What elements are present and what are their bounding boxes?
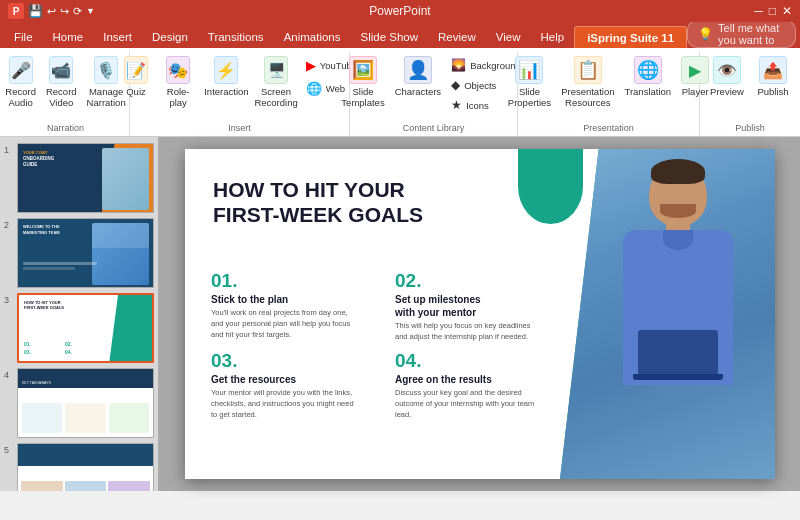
menu-slideshow[interactable]: Slide Show: [351, 26, 429, 48]
interaction-icon: ⚡: [216, 61, 236, 80]
item-03-num: 03.: [211, 351, 361, 370]
microphone-icon: 🎤: [11, 61, 31, 80]
preview-btn[interactable]: 👁️ Preview: [706, 54, 748, 99]
translation-btn[interactable]: 🌐 Translation: [620, 54, 675, 99]
roleplay-icon: 🎭: [168, 61, 188, 80]
screen-recording-label: ScreenRecording: [254, 86, 297, 108]
quiz-icon: 📝: [126, 61, 146, 80]
quick-dropdown[interactable]: ▼: [86, 6, 95, 16]
narration-icon: 🎙️: [96, 61, 116, 80]
menu-insert[interactable]: Insert: [93, 26, 142, 48]
slide-templates-btn[interactable]: 🖼️ SlideTemplates: [337, 54, 388, 110]
main-canvas-area: HOW TO HIT YOUR FIRST-WEEK GOALS 01. Sti…: [160, 137, 800, 491]
tell-me-label: Tell me what you want to: [718, 22, 785, 46]
item-04-title: Agree on the results: [395, 373, 545, 386]
record-video-btn[interactable]: 📹 RecordVideo: [42, 54, 81, 110]
item-02-num: 02.: [395, 271, 545, 290]
interaction-label: Interaction: [204, 86, 248, 97]
publish-group-label: Publish: [735, 123, 765, 136]
video-icon: 📹: [51, 61, 71, 80]
objects-label: Objects: [464, 80, 496, 91]
item-04-num: 04.: [395, 351, 545, 370]
characters-btn[interactable]: 👤 Characters: [391, 54, 445, 99]
screen-recording-icon: 🖥️: [268, 62, 285, 78]
powerpoint-logo: P: [8, 3, 24, 19]
minimize-btn[interactable]: ─: [754, 4, 763, 18]
slide-1-number: 1: [4, 143, 14, 155]
translation-label: Translation: [624, 86, 671, 97]
roleplay-label: Role-play: [160, 86, 196, 108]
item-04-desc: Discuss your key goal and the desired ou…: [395, 388, 545, 421]
slide-item-01: 01. Stick to the plan You'll work on rea…: [203, 267, 369, 347]
lightbulb-icon: 💡: [698, 27, 713, 41]
tell-me-input[interactable]: 💡 Tell me what you want to: [687, 20, 796, 48]
record-video-label: RecordVideo: [46, 86, 77, 108]
item-01-num: 01.: [211, 271, 361, 290]
roleplay-btn[interactable]: 🎭 Role-play: [156, 54, 200, 110]
maximize-btn[interactable]: □: [769, 4, 776, 18]
slide-4-number: 4: [4, 368, 14, 380]
quiz-label: Quiz: [126, 86, 146, 97]
menu-ispring[interactable]: iSpring Suite 11: [574, 26, 687, 48]
item-03-desc: Your mentor will provide you with the li…: [211, 388, 361, 421]
slide-item-02: 02. Set up milestones with your mentor T…: [387, 267, 553, 347]
screen-recording-btn[interactable]: 🖥️ ScreenRecording: [252, 54, 299, 110]
record-audio-btn[interactable]: 🎤 RecordAudio: [1, 54, 40, 110]
menu-help[interactable]: Help: [531, 26, 575, 48]
insert-group-label: Insert: [228, 123, 251, 136]
item-01-desc: You'll work on real projects from day on…: [211, 308, 361, 341]
slide-properties-btn[interactable]: 📊 SlideProperties: [504, 54, 555, 110]
ribbon-group-publish: 👁️ Preview 📤 Publish Publish: [700, 52, 800, 136]
slide-5-thumbnail[interactable]: [17, 443, 154, 491]
objects-icon: ◆: [451, 78, 460, 92]
slide-canvas[interactable]: HOW TO HIT YOUR FIRST-WEEK GOALS 01. Sti…: [185, 149, 775, 479]
narration-group-label: Narration: [47, 123, 84, 136]
slide-2-number: 2: [4, 218, 14, 230]
ribbon-group-presentation: 📊 SlideProperties 📋 PresentationResource…: [518, 52, 700, 136]
slide-thumb-5[interactable]: 5: [4, 443, 154, 491]
templates-icon: 🖼️: [352, 59, 374, 81]
quick-redo[interactable]: ↪: [60, 5, 69, 18]
item-03-title: Get the resources: [211, 373, 361, 386]
item-02-desc: This will help you focus on key deadline…: [395, 321, 545, 343]
publish-label: Publish: [757, 86, 788, 97]
menu-design[interactable]: Design: [142, 26, 198, 48]
interaction-btn[interactable]: ⚡ Interaction: [202, 54, 250, 99]
icons-icon: ★: [451, 98, 462, 112]
close-btn[interactable]: ✕: [782, 4, 792, 18]
slide-thumb-4[interactable]: 4 HOW WE COMMUNICATE KEY TAKEAWAYS: [4, 368, 154, 438]
resources-icon: 📋: [577, 59, 599, 81]
preview-label: Preview: [710, 86, 744, 97]
menu-animations[interactable]: Animations: [274, 26, 351, 48]
characters-label: Characters: [395, 86, 441, 97]
quick-save[interactable]: 💾: [28, 4, 43, 18]
slide-thumb-3[interactable]: 3 HOW TO HIT YOUR FIRST-WEEK GOALS 01. 0…: [4, 293, 154, 363]
quick-undo[interactable]: ↩: [47, 5, 56, 18]
ribbon-group-insert: 📝 Quiz 🎭 Role-play ⚡ Interaction 🖥️: [130, 52, 350, 136]
slide-2-thumbnail[interactable]: WELCOME TO THE MARKETING TEAM: [17, 218, 154, 288]
quiz-btn[interactable]: 📝 Quiz: [118, 54, 154, 99]
menu-home[interactable]: Home: [43, 26, 94, 48]
slide-thumb-2[interactable]: 2 WELCOME TO THE MARKETING TEAM: [4, 218, 154, 288]
icons-label: Icons: [466, 100, 489, 111]
menu-transitions[interactable]: Transitions: [198, 26, 274, 48]
menu-file[interactable]: File: [4, 26, 43, 48]
slide-main-title: HOW TO HIT YOUR FIRST-WEEK GOALS: [213, 177, 493, 227]
presentation-group-label: Presentation: [583, 123, 634, 136]
menu-review[interactable]: Review: [428, 26, 486, 48]
publish-btn[interactable]: 📤 Publish: [752, 54, 794, 99]
slide-1-thumbnail[interactable]: YOUR 7-DAY ONBOARDING GUIDE: [17, 143, 154, 213]
slide-thumb-1[interactable]: 1 YOUR 7-DAY ONBOARDING GUIDE: [4, 143, 154, 213]
presentation-resources-btn[interactable]: 📋 PresentationResources: [557, 54, 618, 110]
slide-title: HOW TO HIT YOUR FIRST-WEEK GOALS: [213, 177, 493, 227]
quick-refresh[interactable]: ⟳: [73, 5, 82, 18]
item-02-title: Set up milestones with your mentor: [395, 293, 545, 319]
slide-4-thumbnail[interactable]: HOW WE COMMUNICATE KEY TAKEAWAYS: [17, 368, 154, 438]
ribbon-group-narration: 🎤 RecordAudio 📹 RecordVideo 🎙️ ManageNar…: [0, 52, 130, 136]
menu-view[interactable]: View: [486, 26, 531, 48]
slide-item-03: 03. Get the resources Your mentor will p…: [203, 347, 369, 425]
slide-3-thumbnail[interactable]: HOW TO HIT YOUR FIRST-WEEK GOALS 01. 02.…: [17, 293, 154, 363]
youtube-icon: ▶: [306, 58, 316, 73]
teal-cap: [518, 149, 583, 224]
slide-5-number: 5: [4, 443, 14, 455]
